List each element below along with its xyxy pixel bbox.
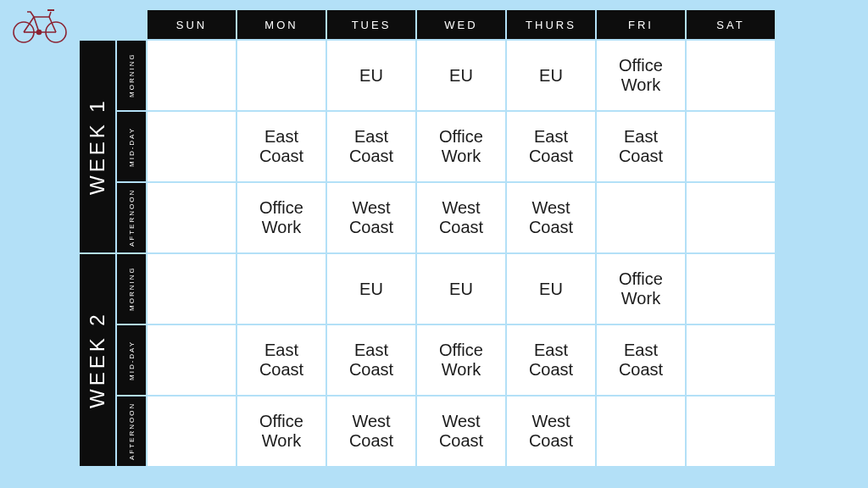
schedule-cell: East Coast — [597, 112, 685, 181]
schedule-cell: EU — [417, 41, 505, 110]
schedule-cell: East Coast — [507, 112, 595, 181]
schedule-cell: West Coast — [417, 396, 505, 466]
schedule-cell: Office Work — [237, 396, 326, 466]
schedule-cell — [237, 41, 326, 110]
schedule-cell: East Coast — [507, 325, 595, 395]
schedule-cell — [687, 325, 775, 395]
schedule-cell — [687, 254, 775, 324]
schedule-cell — [687, 112, 775, 181]
schedule-cell: West Coast — [417, 183, 505, 252]
day-header-sat: SAT — [687, 10, 775, 39]
schedule-cell: Office Work — [417, 325, 505, 395]
corner-spacer — [80, 10, 146, 39]
schedule-cell: Office Work — [417, 112, 505, 181]
schedule-cell — [687, 183, 775, 252]
day-header-sun: SUN — [147, 10, 236, 39]
schedule-cell: Office Work — [237, 183, 326, 252]
time-midday-w1: MID-DAY — [117, 112, 146, 181]
schedule-cell: Office Work — [597, 254, 685, 324]
schedule-cell: EU — [327, 41, 415, 110]
schedule-grid: SUN MON TUES WED THURS FRI SAT WEEK 1 MO… — [80, 10, 775, 466]
week-2-label: WEEK 2 — [80, 254, 115, 466]
schedule-cell: EU — [507, 41, 595, 110]
day-header-mon: MON — [237, 10, 326, 39]
schedule-cell: East Coast — [327, 325, 415, 395]
schedule-cell — [687, 41, 775, 110]
time-morning-w1: MORNING — [117, 41, 146, 110]
schedule-cell — [147, 41, 236, 110]
schedule-cell: West Coast — [327, 396, 415, 466]
schedule-cell: East Coast — [237, 112, 326, 181]
schedule-cell — [237, 254, 326, 324]
day-header-tues: TUES — [327, 10, 415, 39]
schedule-cell: EU — [417, 254, 505, 324]
schedule-cell: Office Work — [597, 41, 685, 110]
schedule-cell — [597, 183, 685, 252]
time-morning-w2: MORNING — [117, 254, 146, 324]
schedule-cell — [147, 325, 236, 395]
schedule-cell — [147, 112, 236, 181]
schedule-cell — [147, 254, 236, 324]
schedule-cell — [147, 183, 236, 252]
schedule-cell: East Coast — [597, 325, 685, 395]
schedule-cell: West Coast — [327, 183, 415, 252]
time-afternoon-w1: AFTERNOON — [117, 183, 146, 252]
time-afternoon-w2: AFTERNOON — [117, 396, 146, 466]
day-header-thurs: THURS — [507, 10, 595, 39]
schedule-cell: West Coast — [507, 396, 595, 466]
day-header-fri: FRI — [597, 10, 685, 39]
schedule-cell: East Coast — [237, 325, 326, 395]
schedule-cell: West Coast — [507, 183, 595, 252]
schedule-cell: EU — [327, 254, 415, 324]
schedule-cell: East Coast — [327, 112, 415, 181]
bicycle-icon — [10, 7, 71, 47]
schedule-cell — [687, 396, 775, 466]
day-header-wed: WED — [417, 10, 505, 39]
svg-point-2 — [37, 30, 42, 35]
schedule-cell: EU — [507, 254, 595, 324]
week-1-label: WEEK 1 — [80, 41, 115, 252]
schedule-cell — [597, 396, 685, 466]
schedule-cell — [147, 396, 236, 466]
time-midday-w2: MID-DAY — [117, 325, 146, 395]
